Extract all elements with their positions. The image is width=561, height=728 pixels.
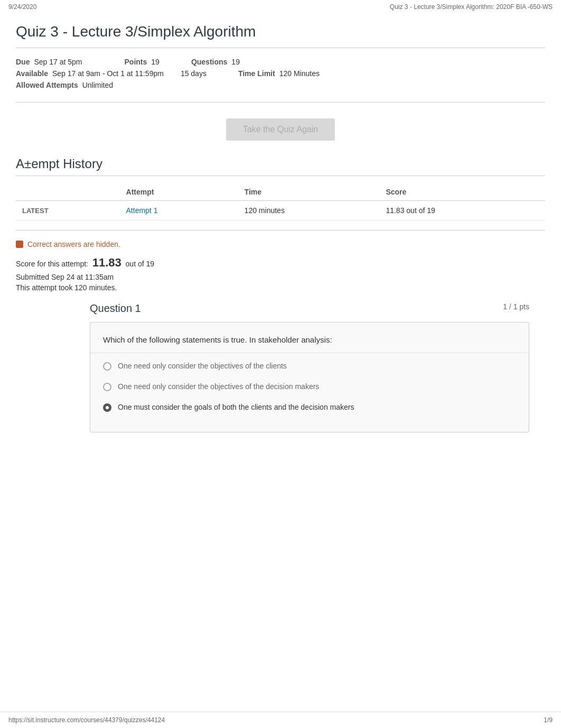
duration-value: 15 days [181,69,207,78]
score-number: 11.83 [92,256,121,269]
take-quiz-button[interactable]: Take the Quiz Again [226,118,335,141]
submitted-line: Submitted Sep 24 at 11:35am [16,273,545,281]
attempt-score: 11.83 out of 19 [379,201,545,220]
attempt-history-table: Attempt Time Score LATEST Attempt 1 120 … [16,183,545,220]
questions-label: Questions [191,58,227,66]
score-prefix: Score for this attempt: [16,260,88,268]
time-limit-pair: Time Limit 120 Minutes [238,69,320,78]
time-limit-label: Time Limit [238,69,275,78]
points-label: Points [125,58,147,66]
due-pair: Due Sep 17 at 5pm [16,58,82,66]
col-tag [16,183,120,201]
page-title: Quiz 3 - Lecture 3/Simplex Algorithm [16,14,545,48]
answer-option-1: One need only consider the objectives of… [103,362,516,371]
question-1-title: Question 1 [90,302,141,315]
footer-url: https://sit.instructure.com/courses/4437… [8,716,165,724]
footer-bar: https://sit.instructure.com/courses/4437… [0,712,561,728]
question-header-1: Question 1 1 / 1 pts [90,302,529,315]
allowed-attempts-label: Allowed Attempts [16,81,78,89]
attempt-link[interactable]: Attempt 1 [126,206,158,215]
footer-page: 1/9 [544,716,553,724]
radio-1 [103,362,111,371]
browser-date: 9/24/2020 [8,3,36,11]
answers-area-1: One need only consider the objectives of… [90,353,529,432]
page-container: Quiz 3 - Lecture 3/Simplex Algorithm Due… [0,14,561,454]
time-limit-value: 120 Minutes [279,69,320,78]
took-line: This attempt took 120 minutes. [16,283,545,292]
meta-row-3: Allowed Attempts Unlimited [16,81,545,89]
question-1-body: Which of the following statements is tru… [90,322,529,432]
col-score: Score [379,183,545,201]
answer-option-2-text: One need only consider the objectives of… [118,382,319,391]
browser-bar: 9/24/2020 Quiz 3 - Lecture 3/Simplex Alg… [0,0,561,14]
info-icon [16,241,23,248]
hidden-notice: Correct answers are hidden. [16,240,545,248]
question-1-text: Which of the following statements is tru… [90,322,529,353]
answer-option-3-text: One must consider the goals of both the … [118,403,354,411]
due-label: Due [16,58,30,66]
available-pair: Available Sep 17 at 9am - Oct 1 at 11:59… [16,69,164,78]
browser-tab-title: Quiz 3 - Lecture 3/Simplex Algorithm: 20… [390,3,553,11]
answer-option-1-text: One need only consider the objectives of… [118,362,287,370]
result-box: Correct answers are hidden. Score for th… [16,230,545,292]
answer-option-2: One need only consider the objectives of… [103,382,516,391]
take-quiz-btn-container: Take the Quiz Again [16,118,545,141]
points-value: 19 [151,58,160,66]
attempt-history-title: A±empt History [16,156,545,176]
duration-pair: 15 days [181,69,207,78]
score-line: Score for this attempt: 11.83 out of 19 [16,256,545,270]
question-1-pts: 1 / 1 pts [503,302,529,311]
col-time: Time [238,183,380,201]
meta-row-1: Due Sep 17 at 5pm Points 19 Questions 19 [16,58,545,66]
answer-option-3: One must consider the goals of both the … [103,403,516,412]
attempt-time: 120 minutes [238,201,380,220]
available-label: Available [16,69,48,78]
hidden-notice-text: Correct answers are hidden. [27,240,120,248]
allowed-attempts-pair: Allowed Attempts Unlimited [16,81,113,89]
allowed-attempts-value: Unlimited [82,81,113,89]
question-section-1: Question 1 1 / 1 pts Which of the follow… [90,302,529,432]
latest-tag: LATEST [16,201,120,220]
score-suffix: out of 19 [126,260,155,268]
radio-3 [103,403,111,412]
col-attempt: Attempt [120,183,238,201]
points-pair: Points 19 [125,58,160,66]
table-row: LATEST Attempt 1 120 minutes 11.83 out o… [16,201,545,220]
meta-row-2: Available Sep 17 at 9am - Oct 1 at 11:59… [16,69,545,78]
radio-2 [103,383,111,391]
available-value: Sep 17 at 9am - Oct 1 at 11:59pm [52,69,164,78]
attempt-link-cell[interactable]: Attempt 1 [120,201,238,220]
meta-info-block: Due Sep 17 at 5pm Points 19 Questions 19… [16,58,545,103]
due-value: Sep 17 at 5pm [34,58,82,66]
questions-pair: Questions 19 [191,58,240,66]
questions-value: 19 [231,58,240,66]
